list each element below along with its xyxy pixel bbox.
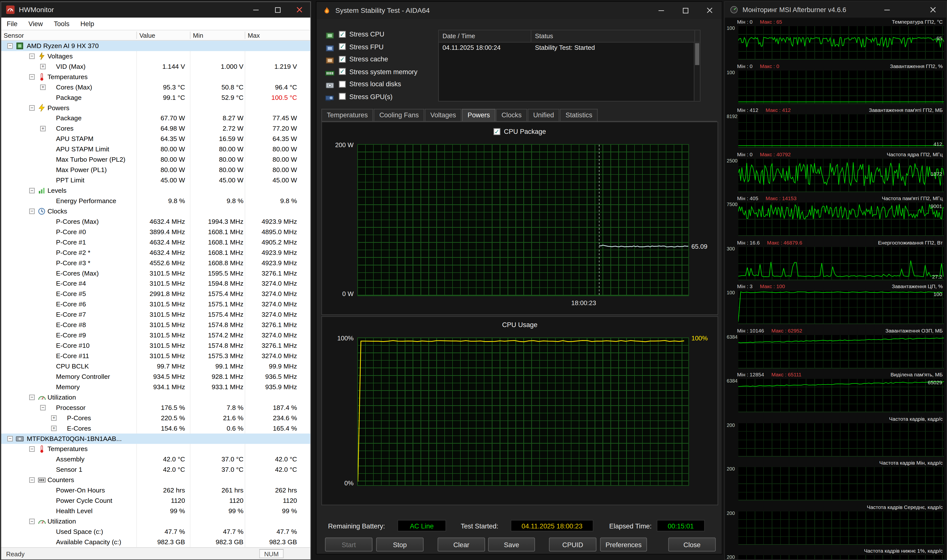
column-header-value[interactable]: Value: [139, 32, 155, 39]
collapse-box-icon[interactable]: −: [29, 518, 34, 524]
cpu-package-checkbox[interactable]: ✓: [493, 128, 500, 135]
sensor-row[interactable]: −Voltages: [1, 51, 311, 62]
menu-file[interactable]: File: [1, 20, 23, 28]
collapse-box-icon[interactable]: −: [8, 436, 13, 442]
tab-statistics[interactable]: Statistics: [560, 109, 598, 121]
sensor-row[interactable]: +P-Cores220.5 %21.6 %234.6 %: [1, 413, 311, 423]
hwmonitor-titlebar[interactable]: HWMonitor: [1, 2, 311, 17]
collapse-box-icon[interactable]: −: [29, 209, 34, 214]
sensor-row[interactable]: Energy Performance9.8 %9.8 %9.8 %: [1, 196, 311, 206]
collapse-box-icon[interactable]: −: [29, 54, 34, 59]
sensor-row[interactable]: −Temperatures: [1, 444, 311, 454]
sensor-row[interactable]: E-Core #63101.5 MHz1575.1 MHz3274.0 MHz: [1, 299, 311, 309]
sensor-row[interactable]: +Cores (Max)95.3 °C50.8 °C96.4 °C: [1, 82, 311, 92]
sensor-row[interactable]: E-Core #103101.5 MHz1574.8 MHz3276.1 MHz: [1, 340, 311, 351]
close-button[interactable]: Close: [668, 538, 716, 552]
column-header-min[interactable]: Min: [193, 32, 203, 39]
sensor-row[interactable]: +VID (Max)1.144 V1.000 V1.219 V: [1, 62, 311, 72]
checkbox-checked[interactable]: ✓: [339, 56, 346, 62]
sensor-row[interactable]: P-Core #2 *4632.4 MHz1608.1 MHz4923.9 MH…: [1, 248, 311, 258]
collapse-box-icon[interactable]: −: [29, 477, 34, 483]
save-button[interactable]: Save: [488, 538, 535, 552]
sensor-row[interactable]: CPU BCLK99.7 MHz99.1 MHz99.9 MHz: [1, 361, 311, 371]
sensor-row[interactable]: −Processor176.5 %7.8 %187.4 %: [1, 403, 311, 413]
minimize-button[interactable]: [879, 2, 894, 17]
log-column-datetime[interactable]: Date / Time: [439, 30, 531, 42]
sensor-row[interactable]: Memory Controller934.5 MHz928.1 MHz936.5…: [1, 371, 311, 382]
stress-option-memory[interactable]: ✓Stress system memory: [325, 66, 434, 77]
clear-button[interactable]: Clear: [437, 538, 485, 552]
minimize-button[interactable]: [649, 2, 673, 19]
sensor-row[interactable]: E-Core #52991.8 MHz1575.4 MHz3274.0 MHz: [1, 289, 311, 299]
preferences-button[interactable]: Preferences: [600, 538, 647, 552]
stress-option-cache[interactable]: ✓Stress cache: [325, 54, 434, 64]
sensor-row[interactable]: PPT Limit45.00 W45.00 W45.00 W: [1, 175, 311, 185]
sensor-row[interactable]: E-Core #83101.5 MHz1574.8 MHz3276.1 MHz: [1, 320, 311, 330]
sensor-row[interactable]: P-Core #3 *4552.6 MHz1608.8 MHz4923.9 MH…: [1, 258, 311, 268]
sensor-row[interactable]: E-Core #113101.5 MHz1575.3 MHz3274.0 MHz: [1, 351, 311, 361]
start-button[interactable]: Start: [325, 538, 373, 552]
expand-box-icon[interactable]: +: [40, 85, 46, 90]
sensor-row[interactable]: E-Core #43101.5 MHz1594.8 MHz3274.0 MHz: [1, 278, 311, 289]
tab-temperatures[interactable]: Temperatures: [321, 109, 373, 121]
sensor-row[interactable]: E-Core #93101.5 MHz1574.2 MHz3274.0 MHz: [1, 330, 311, 341]
afterburner-titlebar[interactable]: Моніторинг MSI Afterburner v4.6.6: [725, 2, 946, 17]
sensor-row[interactable]: +Cores64.98 W2.72 W77.20 W: [1, 123, 311, 134]
stress-option-fpu[interactable]: ✓Stress FPU: [325, 41, 434, 52]
sensor-row[interactable]: Health Level99 %99 %99 %: [1, 506, 311, 516]
sensor-row[interactable]: −Utilization: [1, 516, 311, 526]
sensor-row[interactable]: Used Space (c:)47.7 %47.7 %47.7 %: [1, 526, 311, 537]
collapse-box-icon[interactable]: −: [29, 188, 34, 193]
cpuid-button[interactable]: CPUID: [549, 538, 596, 552]
checkbox-unchecked[interactable]: [339, 93, 346, 100]
close-button[interactable]: [926, 2, 940, 17]
maximize-button[interactable]: [673, 2, 698, 19]
sensor-row[interactable]: Max Turbo Power (PL2)80.00 W80.00 W80.00…: [1, 155, 311, 165]
sensor-row[interactable]: Memory934.1 MHz933.1 MHz935.9 MHz: [1, 382, 311, 392]
sensor-row[interactable]: Power-On Hours262 hrs261 hrs262 hrs: [1, 485, 311, 496]
sensor-row[interactable]: P-Cores (Max)4632.4 MHz1994.3 MHz4923.9 …: [1, 216, 311, 227]
sensor-row[interactable]: Available Capacity (c:)982.3 GB982.3 GB9…: [1, 537, 311, 547]
menu-view[interactable]: View: [23, 20, 48, 28]
tab-unified[interactable]: Unified: [528, 109, 560, 121]
sensor-row[interactable]: −MTFDKBA2T0QGN-1BN1AAB...: [1, 434, 311, 444]
minimize-button[interactable]: [245, 2, 266, 17]
sensor-row[interactable]: −Levels: [1, 185, 311, 196]
expand-box-icon[interactable]: +: [51, 426, 57, 431]
sensor-row[interactable]: E-Core #73101.5 MHz1575.4 MHz3274.0 MHz: [1, 309, 311, 320]
tab-cooling-fans[interactable]: Cooling Fans: [374, 109, 424, 121]
sensor-row[interactable]: APU STAPM64.35 W16.59 W64.35 W: [1, 134, 311, 144]
sensor-row[interactable]: −Utilization: [1, 392, 311, 403]
sensor-row[interactable]: P-Core #03899.4 MHz1608.1 MHz4895.0 MHz: [1, 227, 311, 237]
collapse-box-icon[interactable]: −: [29, 74, 34, 80]
checkbox-unchecked[interactable]: [339, 81, 346, 87]
expand-box-icon[interactable]: +: [51, 415, 57, 421]
log-scrollbar[interactable]: [694, 43, 700, 101]
collapse-box-icon[interactable]: −: [29, 105, 34, 111]
sensor-row[interactable]: Package67.70 W8.27 W77.45 W: [1, 113, 311, 123]
sensor-row[interactable]: Package99.1 °C52.9 °C100.5 °C: [1, 92, 311, 103]
collapse-box-icon[interactable]: −: [29, 395, 34, 400]
tab-clocks[interactable]: Clocks: [496, 109, 527, 121]
sensor-row[interactable]: Assembly42.0 °C37.0 °C42.0 °C: [1, 454, 311, 465]
expand-box-icon[interactable]: +: [40, 126, 46, 131]
stress-option-disk[interactable]: Stress local disks: [325, 78, 434, 89]
aida64-titlebar[interactable]: System Stability Test - AIDA64: [316, 2, 722, 19]
maximize-button[interactable]: [266, 2, 288, 17]
sensor-row[interactable]: −Counters: [1, 475, 311, 485]
sensor-row[interactable]: −Clocks: [1, 206, 311, 216]
sensor-row[interactable]: +E-Cores154.6 %0.6 %165.4 %: [1, 423, 311, 434]
log-column-status[interactable]: Status: [531, 30, 695, 42]
sensor-row[interactable]: P-Core #14632.4 MHz1608.1 MHz4905.2 MHz: [1, 237, 311, 248]
sensor-row[interactable]: E-Cores (Max)3101.5 MHz1595.5 MHz3276.1 …: [1, 268, 311, 278]
expand-box-icon[interactable]: +: [40, 64, 46, 69]
sensor-row[interactable]: −AMD Ryzen AI 9 HX 370: [1, 41, 311, 51]
close-button[interactable]: [698, 2, 722, 19]
tab-voltages[interactable]: Voltages: [425, 109, 462, 121]
log-row[interactable]: 04.11.2025 18:00:24Stability Test: Start…: [439, 43, 700, 54]
sensor-row[interactable]: Max Power (PL1)80.00 W80.00 W80.00 W: [1, 165, 311, 175]
stress-option-cpu[interactable]: ✓Stress CPU: [325, 29, 434, 40]
close-button[interactable]: [288, 2, 311, 17]
collapse-box-icon[interactable]: −: [29, 446, 34, 452]
sensor-row[interactable]: −Powers: [1, 103, 311, 113]
